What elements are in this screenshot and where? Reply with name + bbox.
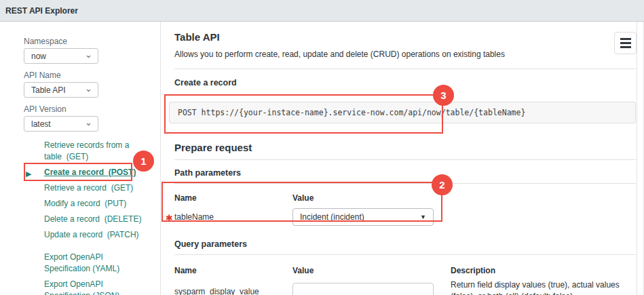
endpoint-url-box: POST https://{your-instace-name}.service… — [169, 102, 636, 123]
nav-item-retrieve-record[interactable]: Retrieve a record (GET) — [44, 182, 147, 194]
column-header-description: Description — [451, 266, 636, 275]
path-parameters-table: Name Value ✱ tableName Incident (inciden… — [174, 193, 636, 226]
nav-item-create-record[interactable]: ▶ Create a record (POST) — [44, 167, 147, 178]
namespace-field: Namespace now ⌄ — [24, 37, 160, 64]
table-row-name: ✱ tableName — [174, 212, 292, 222]
api-title: Table API — [174, 31, 636, 43]
sidebar: Namespace now ⌄ API Name Table API ⌄ API… — [0, 22, 161, 295]
table-row-value: Incident (incident) ▼ — [292, 208, 451, 226]
api-name-select[interactable]: Table API ⌄ — [24, 82, 98, 98]
api-version-select-value: latest — [31, 119, 51, 129]
path-parameters-heading: Path parameters — [174, 168, 636, 178]
nav-link[interactable]: Update a record (PATCH) — [44, 230, 139, 239]
table-row-name: sysparm_display_value — [174, 287, 292, 295]
api-version-field: API Version latest ⌄ — [24, 105, 160, 132]
divider — [174, 159, 636, 160]
divider — [174, 183, 636, 184]
query-parameters-table: Name Value Description sysparm_display_v… — [174, 266, 636, 295]
nav-item-export-yaml[interactable]: Export OpenAPI Specification (YAML) — [44, 252, 147, 275]
tablename-dropdown-value: Incident (incident) — [300, 212, 364, 222]
namespace-select[interactable]: now ⌄ — [24, 48, 98, 64]
hamburger-icon — [620, 42, 631, 44]
query-parameters-heading: Query parameters — [174, 239, 636, 249]
api-method-nav: Retrieve records from a table (GET) ▶ Cr… — [24, 140, 160, 295]
sysparm-display-value-input[interactable] — [292, 283, 434, 295]
panel-right-edge — [637, 22, 637, 295]
nav-link[interactable]: Export OpenAPI Specification (JSON) — [44, 279, 119, 295]
menu-button[interactable] — [614, 32, 637, 54]
api-name-label: API Name — [24, 71, 160, 80]
required-asterisk-icon: ✱ — [166, 213, 173, 223]
api-name-select-value: Table API — [31, 85, 66, 95]
nav-link[interactable]: Retrieve a record (GET) — [44, 183, 133, 193]
column-header-value: Value — [292, 266, 451, 275]
hamburger-icon — [620, 46, 631, 48]
hamburger-icon — [620, 38, 631, 40]
nav-item-delete-record[interactable]: Delete a record (DELETE) — [44, 214, 147, 225]
main-panel: Table API Allows you to perform create, … — [161, 22, 644, 295]
namespace-select-value: now — [31, 52, 46, 61]
param-description: Return field display values (true), actu… — [451, 279, 636, 295]
api-name-field: API Name Table API ⌄ — [24, 71, 160, 98]
nav-link[interactable]: Modify a record (PUT) — [44, 199, 126, 208]
param-name: tableName — [174, 212, 214, 222]
chevron-down-icon: ⌄ — [85, 52, 92, 58]
nav-spacer — [44, 245, 160, 252]
create-record-heading: Create a record — [174, 78, 636, 87]
dropdown-arrow-icon: ▼ — [420, 214, 426, 220]
app-header: REST API Explorer — [0, 0, 644, 22]
nav-link[interactable]: Create a record (POST) — [44, 168, 136, 177]
nav-item-update-record[interactable]: Update a record (PATCH) — [44, 229, 147, 241]
column-header-name: Name — [174, 193, 292, 203]
column-header-name: Name — [174, 266, 292, 275]
prepare-request-heading: Prepare request — [174, 142, 636, 154]
nav-link[interactable]: Export OpenAPI Specification (YAML) — [44, 252, 119, 273]
table-row-value — [292, 283, 451, 295]
api-version-select[interactable]: latest ⌄ — [24, 116, 98, 132]
chevron-down-icon: ⌄ — [85, 85, 92, 92]
nav-item-export-json[interactable]: Export OpenAPI Specification (JSON) — [44, 279, 147, 295]
api-description: Allows you to perform create, read, upda… — [174, 50, 636, 59]
play-triangle-icon: ▶ — [26, 168, 31, 180]
namespace-label: Namespace — [24, 37, 160, 46]
tablename-dropdown[interactable]: Incident (incident) ▼ — [292, 208, 434, 226]
page-title: REST API Explorer — [5, 6, 78, 16]
nav-link[interactable]: Retrieve records from a table (GET) — [44, 140, 132, 161]
nav-link[interactable]: Delete a record (DELETE) — [44, 214, 141, 224]
content-area: Namespace now ⌄ API Name Table API ⌄ API… — [0, 22, 644, 295]
chevron-down-icon: ⌄ — [85, 119, 92, 126]
nav-item-retrieve-records[interactable]: Retrieve records from a table (GET) — [44, 140, 147, 163]
nav-item-modify-record[interactable]: Modify a record (PUT) — [44, 198, 147, 210]
param-name: sysparm_display_value — [174, 287, 259, 295]
column-header-value: Value — [292, 193, 451, 203]
divider — [174, 254, 636, 255]
api-version-label: API Version — [24, 105, 160, 114]
divider — [174, 68, 636, 69]
